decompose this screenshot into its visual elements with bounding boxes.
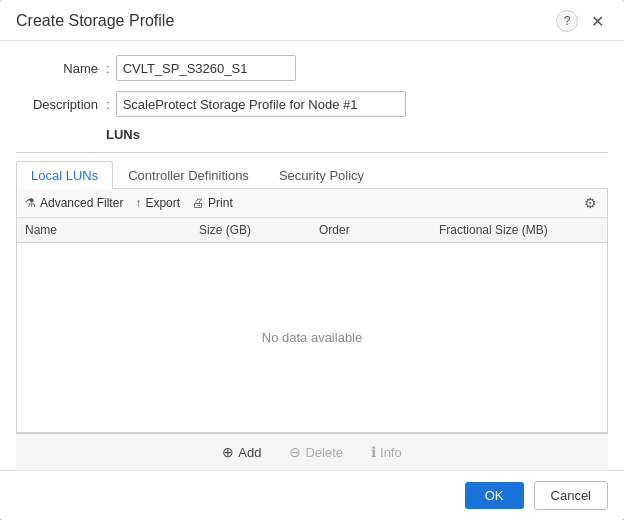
tab-local-luns[interactable]: Local LUNs (16, 161, 113, 189)
bottom-toolbar: ⊕ Add ⊖ Delete ℹ Info (16, 433, 608, 470)
help-icon: ? (564, 14, 571, 28)
luns-section-label: LUNs (106, 127, 608, 142)
info-button[interactable]: ℹ Info (367, 442, 406, 462)
delete-icon: ⊖ (289, 444, 301, 460)
close-icon: ✕ (591, 12, 604, 31)
delete-label: Delete (305, 445, 343, 460)
description-row: Description : (16, 91, 608, 117)
luns-divider (16, 152, 608, 153)
dialog-title: Create Storage Profile (16, 12, 174, 30)
dialog-footer: OK Cancel (0, 470, 624, 520)
dialog-header: Create Storage Profile ? ✕ (0, 0, 624, 41)
dialog-body: Name : Description : LUNs Local LUNs Con… (0, 41, 624, 470)
name-input[interactable] (116, 55, 296, 81)
col-header-order: Order (319, 223, 439, 237)
info-label: Info (380, 445, 402, 460)
help-button[interactable]: ? (556, 10, 578, 32)
filter-icon: ⚗ (25, 196, 36, 210)
info-icon: ℹ (371, 444, 376, 460)
print-label: Print (208, 196, 233, 210)
table-toolbar: ⚗ Advanced Filter ↑ Export 🖨 Print ⚙ (16, 189, 608, 218)
tab-security-policy[interactable]: Security Policy (264, 161, 379, 189)
col-header-size: Size (GB) (199, 223, 319, 237)
col-header-name: Name (25, 223, 199, 237)
gear-icon: ⚙ (584, 195, 597, 211)
description-input[interactable] (116, 91, 406, 117)
gear-button[interactable]: ⚙ (582, 195, 599, 211)
export-button[interactable]: ↑ Export (135, 196, 180, 210)
add-icon: ⊕ (222, 444, 234, 460)
name-colon: : (106, 61, 110, 76)
advanced-filter-label: Advanced Filter (40, 196, 123, 210)
add-label: Add (238, 445, 261, 460)
description-label: Description (16, 97, 106, 112)
export-label: Export (145, 196, 180, 210)
ok-button[interactable]: OK (465, 482, 524, 509)
table-container: Name Size (GB) Order Fractional Size (MB… (16, 218, 608, 433)
close-button[interactable]: ✕ (586, 10, 608, 32)
col-header-fractional-size: Fractional Size (MB) (439, 223, 599, 237)
header-actions: ? ✕ (556, 10, 608, 32)
delete-button[interactable]: ⊖ Delete (285, 442, 347, 462)
print-icon: 🖨 (192, 196, 204, 210)
table-header: Name Size (GB) Order Fractional Size (MB… (17, 218, 607, 243)
export-icon: ↑ (135, 196, 141, 210)
table-empty-message: No data available (17, 243, 607, 432)
add-button[interactable]: ⊕ Add (218, 442, 265, 462)
advanced-filter-button[interactable]: ⚗ Advanced Filter (25, 196, 123, 210)
tab-content-local-luns: ⚗ Advanced Filter ↑ Export 🖨 Print ⚙ (16, 189, 608, 470)
tabs-bar: Local LUNs Controller Definitions Securi… (16, 161, 608, 189)
print-button[interactable]: 🖨 Print (192, 196, 233, 210)
cancel-button[interactable]: Cancel (534, 481, 608, 510)
desc-colon: : (106, 97, 110, 112)
create-storage-profile-dialog: Create Storage Profile ? ✕ Name : Descri… (0, 0, 624, 520)
toolbar-left: ⚗ Advanced Filter ↑ Export 🖨 Print (25, 196, 233, 210)
tab-controller-definitions[interactable]: Controller Definitions (113, 161, 264, 189)
name-row: Name : (16, 55, 608, 81)
name-label: Name (16, 61, 106, 76)
